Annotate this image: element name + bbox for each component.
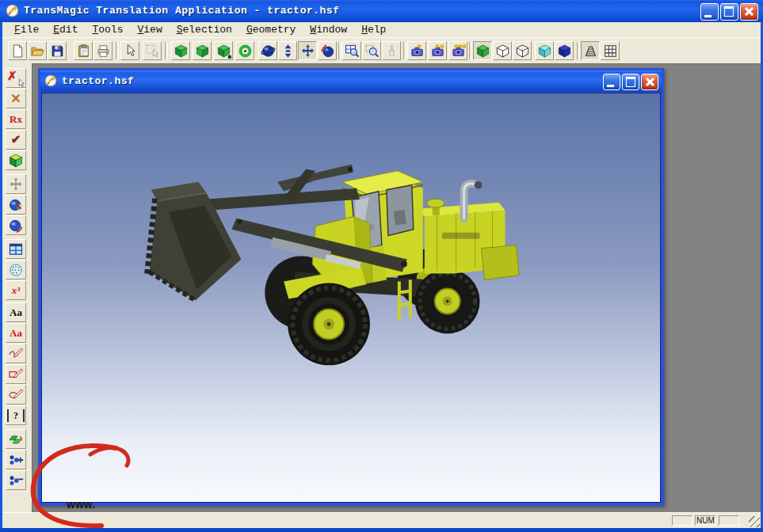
blue-cube-icon bbox=[557, 44, 572, 59]
doc-close-button[interactable] bbox=[641, 74, 658, 90]
green-ring-icon bbox=[238, 44, 253, 59]
point-globe-icon bbox=[8, 262, 24, 278]
open-file-button[interactable] bbox=[28, 41, 47, 60]
toolbar bbox=[2, 37, 761, 65]
point-view-button[interactable] bbox=[6, 260, 26, 279]
menu-window[interactable]: Window bbox=[303, 24, 354, 36]
cyan-cube-icon bbox=[537, 44, 552, 59]
annotation-red-button[interactable]: Aa bbox=[6, 323, 26, 343]
sketch-ellipse-button[interactable] bbox=[6, 385, 26, 405]
walk-icon bbox=[384, 44, 399, 59]
cursor-icon bbox=[123, 44, 138, 59]
check-icon: ✔ bbox=[11, 134, 21, 146]
close-button[interactable] bbox=[740, 3, 758, 21]
view-cube-a-button[interactable] bbox=[171, 41, 190, 60]
render-shaded-button[interactable] bbox=[473, 41, 492, 60]
remove-results-button[interactable]: Rx bbox=[6, 109, 26, 129]
viewport-canvas[interactable] bbox=[41, 93, 661, 503]
new-file-icon bbox=[10, 44, 25, 59]
move-tool-button bbox=[6, 174, 26, 194]
cursor-icon bbox=[16, 78, 26, 89]
print-button[interactable] bbox=[93, 41, 113, 60]
save-file-button[interactable] bbox=[48, 41, 67, 60]
doc-maximize-button[interactable] bbox=[622, 74, 639, 90]
hidden-line-cube-icon bbox=[515, 44, 530, 59]
zoom-window-icon bbox=[345, 44, 360, 59]
delete-entity-button[interactable]: ✗ bbox=[6, 68, 26, 88]
document-title-bar[interactable]: tractor.hsf bbox=[40, 70, 662, 92]
snapshot-two-button[interactable] bbox=[428, 41, 447, 60]
snapshot-three-button[interactable] bbox=[448, 41, 467, 60]
zoom-region-button[interactable] bbox=[362, 41, 381, 60]
split-view-button[interactable] bbox=[6, 239, 26, 259]
pen-ellipse-icon bbox=[8, 387, 24, 403]
side-toolbar: ✗ ✕ Rx ✔ x³ Aa Aa ? bbox=[2, 63, 32, 513]
delete-all-button[interactable]: ✕ bbox=[6, 89, 26, 108]
maximize-button[interactable] bbox=[720, 3, 738, 21]
render-hidden-line-button[interactable] bbox=[513, 41, 532, 60]
select-region-button bbox=[143, 41, 162, 60]
rotate-model-button[interactable] bbox=[6, 215, 26, 235]
perspective-icon bbox=[583, 44, 598, 59]
spin-sphere-icon bbox=[320, 44, 335, 59]
document-title: tractor.hsf bbox=[62, 75, 134, 87]
shaded-cube-icon bbox=[475, 44, 490, 59]
resize-grip[interactable] bbox=[749, 516, 760, 527]
camera-icon bbox=[410, 44, 425, 59]
annotation-dark-button[interactable]: Aa bbox=[6, 302, 26, 322]
cube-solid-button[interactable] bbox=[555, 41, 574, 60]
toolbar-separator bbox=[469, 42, 472, 59]
solid-cube-icon bbox=[8, 153, 24, 169]
new-file-button[interactable] bbox=[8, 41, 27, 60]
menu-edit[interactable]: Edit bbox=[46, 24, 85, 36]
camera-icon bbox=[451, 44, 466, 59]
status-panel bbox=[719, 515, 739, 526]
grid-toggle-button[interactable] bbox=[601, 41, 620, 60]
printer-icon bbox=[96, 44, 111, 59]
menu-file[interactable]: File bbox=[7, 24, 46, 36]
doc-minimize-button[interactable] bbox=[603, 74, 620, 90]
paste-button[interactable] bbox=[74, 41, 93, 60]
view-cube-c-button[interactable] bbox=[214, 41, 233, 60]
menu-help[interactable]: Help bbox=[354, 24, 393, 36]
rear-wheel bbox=[415, 269, 480, 334]
subtract-selection-button[interactable] bbox=[6, 470, 26, 490]
pan-view-button[interactable] bbox=[298, 41, 317, 60]
wireframe-cube-icon bbox=[495, 44, 510, 59]
add-selection-button[interactable] bbox=[6, 450, 26, 469]
orbit-view-button[interactable] bbox=[258, 41, 277, 60]
points-plus-icon bbox=[8, 452, 24, 468]
maximize-icon bbox=[626, 77, 635, 87]
sketch-rect-button[interactable] bbox=[6, 364, 26, 384]
transform-copy-button[interactable] bbox=[6, 429, 26, 449]
menu-selection[interactable]: Selection bbox=[170, 24, 239, 36]
solid-view-button[interactable] bbox=[6, 150, 26, 170]
minimize-button[interactable] bbox=[700, 3, 719, 21]
material-colors-button[interactable] bbox=[6, 195, 26, 215]
view-cube-b-button[interactable] bbox=[193, 41, 212, 60]
toolbar-separator bbox=[403, 42, 406, 59]
menu-view[interactable]: View bbox=[130, 24, 169, 36]
view-target-button[interactable] bbox=[235, 41, 254, 60]
cross-icon: ✕ bbox=[10, 93, 21, 105]
x-cubed-icon: x³ bbox=[12, 285, 20, 295]
toolbar-separator bbox=[577, 42, 580, 59]
measure-tool-button[interactable]: ? bbox=[6, 405, 26, 425]
pan-vertical-button[interactable] bbox=[278, 41, 297, 60]
text-style-icon: Aa bbox=[10, 328, 22, 338]
title-bar[interactable]: TransMagic Translation Application - tra… bbox=[0, 0, 763, 22]
perspective-toggle-button[interactable] bbox=[581, 41, 600, 60]
cube-translucent-button[interactable] bbox=[535, 41, 554, 60]
app-icon bbox=[6, 4, 19, 17]
check-model-button[interactable]: ✔ bbox=[6, 130, 26, 150]
cross-arrows-icon bbox=[300, 44, 315, 59]
zoom-window-button[interactable] bbox=[342, 41, 361, 60]
sketch-curve-button[interactable] bbox=[6, 344, 26, 363]
snapshot-one-button[interactable] bbox=[407, 41, 426, 60]
menu-geometry[interactable]: Geometry bbox=[239, 24, 303, 36]
menu-tools[interactable]: Tools bbox=[85, 24, 130, 36]
remove-cubed-button[interactable]: x³ bbox=[6, 280, 26, 300]
select-arrow-button[interactable] bbox=[120, 41, 139, 60]
render-wireframe-button[interactable] bbox=[493, 41, 512, 60]
spin-view-button[interactable] bbox=[318, 41, 337, 60]
